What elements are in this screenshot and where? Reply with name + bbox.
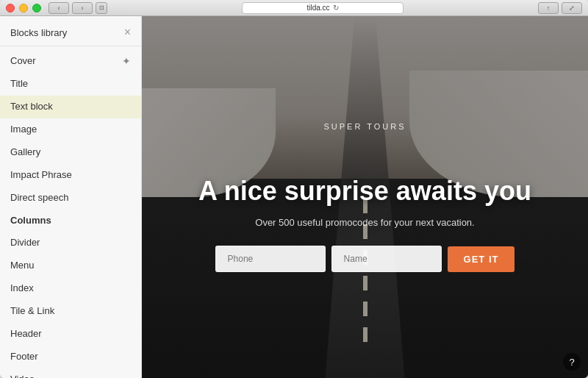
sidebar-item-label: Columns xyxy=(10,215,51,227)
help-icon: ? xyxy=(569,357,574,368)
browser-content: Blocks library × Cover ✦ Title Text bloc… xyxy=(0,16,588,378)
blocks-library-sidebar: Blocks library × Cover ✦ Title Text bloc… xyxy=(0,16,142,378)
sidebar-item-label: Impact Phrase xyxy=(10,169,72,182)
sidebar-item-footer[interactable]: Footer xyxy=(0,346,141,368)
sidebar-item-label: Menu xyxy=(10,260,35,272)
phone-input[interactable] xyxy=(215,246,326,272)
close-button[interactable] xyxy=(6,4,15,13)
sidebar-title: Blocks library xyxy=(10,27,67,38)
sidebar-close-button[interactable]: × xyxy=(124,26,131,38)
back-icon: ‹ xyxy=(58,4,60,12)
sidebar-item-impact-phrase[interactable]: Impact Phrase xyxy=(0,164,141,187)
site-brand: SUPER TOURS xyxy=(323,122,406,131)
sidebar-item-label: Header xyxy=(10,328,42,340)
website-preview: SUPER TOURS A nice surprise awaits you O… xyxy=(142,16,588,378)
get-it-button[interactable]: GET IT xyxy=(448,246,515,272)
cover-icon: ✦ xyxy=(122,54,131,68)
title-bar: ‹ › ⊡ tilda.cc ↻ ↑ ⤢ xyxy=(0,0,588,16)
refresh-button[interactable]: ↻ xyxy=(333,4,339,12)
sidebar-item-video[interactable]: Video xyxy=(0,368,141,378)
sidebar-item-label: Footer xyxy=(10,351,38,363)
sidebar-item-label: Video xyxy=(10,374,35,378)
address-bar-wrap: tilda.cc ↻ xyxy=(113,2,532,14)
sidebar-item-image[interactable]: Image xyxy=(0,118,141,141)
nav-buttons: ‹ › xyxy=(49,2,93,14)
minimize-button[interactable] xyxy=(19,4,28,13)
sidebar-item-text-block[interactable]: Text block xyxy=(0,96,141,118)
name-input[interactable] xyxy=(331,246,442,272)
sidebar-item-label: Index xyxy=(10,282,34,295)
zoom-button[interactable]: ⤢ xyxy=(562,2,582,14)
sidebar-item-menu[interactable]: Menu xyxy=(0,254,141,277)
sidebar-items-list: Cover ✦ Title Text block Image Gallery I… xyxy=(0,46,141,378)
help-button[interactable]: ? xyxy=(563,353,581,371)
sidebar-item-cover[interactable]: Cover ✦ xyxy=(0,49,141,73)
back-button[interactable]: ‹ xyxy=(49,2,69,14)
traffic-lights xyxy=(6,4,41,13)
sidebar-item-header[interactable]: Header xyxy=(0,323,141,346)
sidebar-header: Blocks library × xyxy=(0,16,141,46)
preview-background: SUPER TOURS A nice surprise awaits you O… xyxy=(142,16,588,378)
sidebar-item-direct-speech[interactable]: Direct speech xyxy=(0,187,141,210)
site-form: GET IT xyxy=(215,246,515,272)
site-headline: A nice surprise awaits you xyxy=(198,175,531,207)
site-subtext: Over 500 useful promocodes for your next… xyxy=(255,217,474,228)
tab-button[interactable]: ⊡ xyxy=(96,2,107,14)
forward-button[interactable]: › xyxy=(72,2,93,14)
zoom-icon: ⤢ xyxy=(569,4,575,12)
browser-window: ‹ › ⊡ tilda.cc ↻ ↑ ⤢ xyxy=(0,0,588,378)
sidebar-item-index[interactable]: Index xyxy=(0,277,141,300)
share-icon: ↑ xyxy=(547,4,551,12)
sidebar-item-gallery[interactable]: Gallery xyxy=(0,141,141,164)
sidebar-item-label: Text block xyxy=(10,101,53,113)
sidebar-item-divider[interactable]: Divider xyxy=(0,232,141,254)
tab-icon: ⊡ xyxy=(99,4,104,11)
sidebar-item-label: Title xyxy=(10,78,28,90)
toolbar-right: ↑ ⤢ xyxy=(538,2,582,14)
forward-icon: › xyxy=(82,4,84,12)
address-bar[interactable]: tilda.cc ↻ xyxy=(242,2,404,14)
sidebar-item-label: Tile & Link xyxy=(10,305,54,318)
sidebar-item-columns[interactable]: Columns xyxy=(0,210,141,232)
sidebar-item-tile-link[interactable]: Tile & Link xyxy=(0,300,141,323)
sidebar-item-title[interactable]: Title xyxy=(0,73,141,96)
sidebar-item-label: Gallery xyxy=(10,146,40,159)
sidebar-item-label: Cover xyxy=(10,55,36,68)
sidebar-item-label: Image xyxy=(10,124,37,136)
sidebar-item-label: Direct speech xyxy=(10,192,68,204)
site-content: SUPER TOURS A nice surprise awaits you O… xyxy=(142,16,588,378)
sidebar-item-label: Divider xyxy=(10,237,40,249)
share-button[interactable]: ↑ xyxy=(538,2,559,14)
maximize-button[interactable] xyxy=(32,4,41,13)
address-text: tilda.cc xyxy=(306,4,329,12)
